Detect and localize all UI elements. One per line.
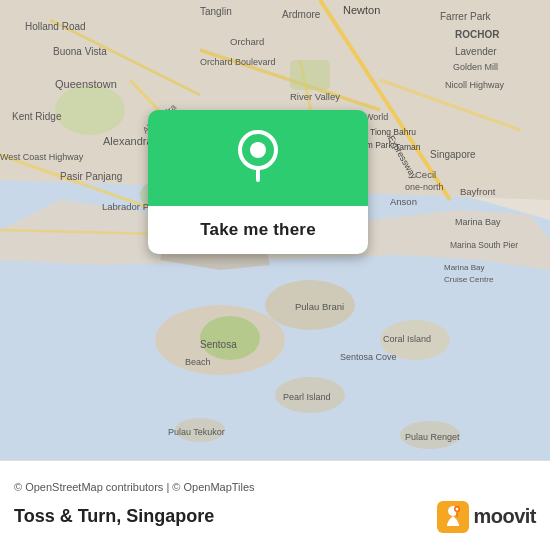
svg-text:Singapore: Singapore [430, 149, 476, 160]
svg-text:Pasir Panjang: Pasir Panjang [60, 171, 122, 182]
svg-text:Holland Road: Holland Road [25, 21, 86, 32]
attribution-text: © OpenStreetMap contributors | © OpenMap… [14, 481, 536, 493]
moovit-brand-icon [437, 501, 469, 533]
svg-point-68 [250, 142, 266, 158]
svg-text:Buona Vista: Buona Vista [53, 46, 107, 57]
svg-text:Sentosa: Sentosa [200, 339, 237, 350]
svg-text:Cecil: Cecil [415, 169, 436, 180]
svg-text:Taman: Taman [395, 142, 421, 152]
svg-text:ROCHOR: ROCHOR [455, 29, 500, 40]
take-me-there-button[interactable]: Take me there [148, 206, 368, 254]
svg-text:Sentosa Cove: Sentosa Cove [340, 352, 397, 362]
svg-point-14 [200, 316, 260, 360]
svg-text:Orchard: Orchard [230, 36, 264, 47]
bottom-info-row: Toss & Turn, Singapore moovit [14, 501, 536, 533]
svg-text:one-north: one-north [405, 182, 444, 192]
svg-text:Cruise Centre: Cruise Centre [444, 275, 494, 284]
location-card: Take me there [148, 110, 368, 254]
svg-text:Beach: Beach [185, 357, 211, 367]
svg-text:Pulau Tekukor: Pulau Tekukor [168, 427, 225, 437]
svg-text:River Valley: River Valley [290, 91, 340, 102]
svg-text:Pearl Island: Pearl Island [283, 392, 331, 402]
svg-text:Coral Island: Coral Island [383, 334, 431, 344]
moovit-logo: moovit [437, 501, 536, 533]
svg-text:Ardmore: Ardmore [282, 9, 321, 20]
svg-point-73 [456, 507, 459, 510]
svg-text:Bayfront: Bayfront [460, 186, 496, 197]
svg-text:West Coast Highway: West Coast Highway [0, 152, 84, 162]
map-container: Newton Holland Road Buona Vista Tanglin … [0, 0, 550, 460]
svg-text:Orchard Boulevard: Orchard Boulevard [200, 57, 276, 67]
svg-text:Lavender: Lavender [455, 46, 497, 57]
place-name: Toss & Turn, Singapore [14, 506, 214, 527]
svg-text:Farrer Park: Farrer Park [440, 11, 492, 22]
svg-point-10 [55, 85, 125, 135]
location-pin-icon [232, 130, 284, 182]
svg-text:Kent Ridge: Kent Ridge [12, 111, 62, 122]
svg-text:Nicoll Highway: Nicoll Highway [445, 80, 505, 90]
svg-text:Marina Bay: Marina Bay [444, 263, 484, 272]
newton-label: Newton [343, 4, 380, 16]
svg-text:Marina Bay: Marina Bay [455, 217, 501, 227]
svg-text:Tanglin: Tanglin [200, 6, 232, 17]
svg-text:Golden Mill: Golden Mill [453, 62, 498, 72]
moovit-brand-text: moovit [473, 505, 536, 528]
svg-text:Queenstown: Queenstown [55, 78, 117, 90]
svg-text:Pulau Renget: Pulau Renget [405, 432, 460, 442]
svg-text:Tiong Bahru: Tiong Bahru [370, 127, 416, 137]
svg-text:Alexandra: Alexandra [103, 135, 153, 147]
bottom-bar: © OpenStreetMap contributors | © OpenMap… [0, 460, 550, 550]
svg-rect-12 [290, 60, 330, 90]
svg-text:Marina South Pier: Marina South Pier [450, 240, 518, 250]
svg-text:Pulau Brani: Pulau Brani [295, 301, 344, 312]
svg-text:Anson: Anson [390, 196, 417, 207]
